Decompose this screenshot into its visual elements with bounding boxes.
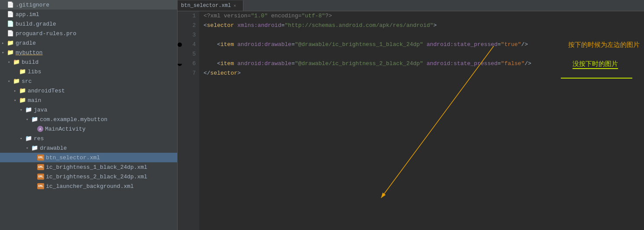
icon-gradle: 📁: [7, 39, 14, 46]
label-res: res: [34, 135, 44, 142]
editor-panel: btn_selector.xml ✕ 1 2 3 4 5 6 7: [178, 0, 644, 230]
arrow-main: ▾: [14, 98, 19, 103]
tree-item-btn_selector.xml[interactable]: XMLbtn_selector.xml: [0, 153, 177, 162]
label-main: main: [28, 97, 41, 104]
tree-item-androidTest[interactable]: ▸📁androidTest: [0, 86, 177, 95]
icon-libs: 📁: [19, 68, 26, 75]
tree-item-main[interactable]: ▾📁main: [0, 95, 177, 105]
gutter-line-6: [178, 59, 182, 69]
code-line-1: <?xml version="1.0" encoding="utf-8"?>: [204, 11, 644, 21]
icon-java: 📁: [25, 106, 32, 113]
tree-item-ic_brightness_1[interactable]: XMLic_brightness_1_black_24dp.xml: [0, 162, 177, 172]
arrow-res: ▾: [20, 136, 25, 141]
tree-item-drawable[interactable]: ▾📁drawable: [0, 143, 177, 153]
icon-MainActivity: A: [37, 126, 43, 132]
gutter-line-5: [178, 49, 182, 59]
arrow-java: ▾: [20, 108, 25, 112]
tree-item-java[interactable]: ▾📁java: [0, 105, 177, 115]
tab-bar: btn_selector.xml ✕: [178, 0, 644, 11]
label-proguard-rules: proguard-rules.pro: [16, 30, 76, 37]
gutter: [178, 11, 182, 230]
tree-item-build[interactable]: ▾📁build: [0, 57, 177, 67]
icon-app-iml: 📄: [7, 11, 14, 18]
annotation-label-not-pressed: 没按下时的图片: [573, 59, 618, 69]
arrow-androidTest: ▸: [14, 89, 19, 93]
label-mybutton: mybutton: [16, 49, 42, 56]
gutter-line-4: [178, 40, 182, 49]
tree-item-proguard-rules[interactable]: 📄proguard-rules.pro: [0, 29, 177, 38]
label-com-example-mybutton: com.example.mybutton: [40, 116, 107, 123]
gutter-line-1: [178, 11, 182, 21]
icon-androidTest: 📁: [19, 87, 26, 94]
tree-item-libs[interactable]: 📁libs: [0, 67, 177, 76]
label-app-iml: app.iml: [16, 11, 39, 18]
tree-item-mybutton[interactable]: ▾📁mybutton: [0, 48, 177, 57]
icon-build: 📁: [13, 59, 20, 66]
label-gitignore: .gitignore: [16, 2, 49, 8]
arrow-com-example-mybutton: ▾: [26, 117, 31, 122]
label-src: src: [22, 78, 32, 85]
tree-item-src[interactable]: ▾📁src: [0, 76, 177, 86]
icon-ic_brightness_2: XML: [37, 174, 44, 180]
tree-item-ic_brightness_2[interactable]: XMLic_brightness_2_black_24dp.xml: [0, 172, 177, 181]
editor-content: 1 2 3 4 5 6 7 <?xml version="1.0" encodi…: [178, 11, 644, 230]
label-ic_launcher_background: ic_launcher_background.xml: [46, 183, 134, 190]
icon-drawable: 📁: [31, 145, 38, 151]
tree-item-gitignore[interactable]: 📄.gitignore: [0, 0, 177, 10]
label-androidTest: androidTest: [28, 88, 65, 94]
icon-mybutton: 📁: [7, 49, 14, 56]
code-line-2: <selector xmlns:android="http://schemas.…: [204, 21, 644, 30]
gutter-line-3: [178, 30, 182, 40]
tab-label: btn_selector.xml: [181, 3, 231, 9]
icon-gitignore: 📄: [7, 1, 14, 8]
icon-build-gradle: 📄: [7, 20, 14, 27]
tree-item-res[interactable]: ▾📁res: [0, 134, 177, 143]
tree-item-ic_launcher_background[interactable]: XMLic_launcher_background.xml: [0, 181, 177, 191]
gutter-line-7: [178, 69, 182, 78]
file-tree: 📄.gitignore 📄app.iml 📄build.gradle 📄prog…: [0, 0, 178, 230]
icon-btn_selector.xml: XML: [37, 154, 44, 161]
tree-item-app-iml[interactable]: 📄app.iml: [0, 10, 177, 19]
tab-close-icon[interactable]: ✕: [233, 3, 236, 8]
icon-src: 📁: [13, 78, 20, 85]
label-ic_brightness_2: ic_brightness_2_black_24dp.xml: [46, 174, 147, 180]
label-build-gradle: build.gradle: [16, 21, 56, 27]
icon-proguard-rules: 📄: [7, 30, 14, 37]
annotation-label-pressed: 按下的时候为左边的图片: [568, 40, 640, 50]
label-gradle: gradle: [16, 40, 36, 46]
label-drawable: drawable: [40, 145, 67, 151]
code-line-7: </selector>: [204, 69, 644, 78]
label-build: build: [22, 59, 39, 66]
arrow-drawable: ▾: [26, 146, 31, 151]
tree-item-com-example-mybutton[interactable]: ▾📁com.example.mybutton: [0, 115, 177, 124]
icon-ic_launcher_background: XML: [37, 183, 44, 189]
arrow-gradle: ▸: [2, 41, 7, 46]
tree-item-build-gradle[interactable]: 📄build.gradle: [0, 19, 177, 29]
label-MainActivity: MainActivity: [45, 126, 86, 132]
code-line-5: [204, 49, 644, 59]
code-line-3: [204, 30, 644, 40]
tree-item-gradle[interactable]: ▸📁gradle: [0, 38, 177, 48]
arrow-mybutton: ▾: [2, 50, 7, 55]
icon-com-example-mybutton: 📁: [31, 116, 38, 123]
icon-main: 📁: [19, 97, 26, 104]
arrow-src: ▾: [8, 79, 13, 84]
tab-btn-selector[interactable]: btn_selector.xml ✕: [178, 0, 243, 11]
gutter-line-2: [178, 21, 182, 30]
label-java: java: [34, 107, 47, 113]
tree-item-MainActivity[interactable]: AMainActivity: [0, 124, 177, 134]
line-numbers: 1 2 3 4 5 6 7: [182, 11, 199, 230]
label-ic_brightness_1: ic_brightness_1_black_24dp.xml: [46, 164, 147, 171]
arrow-build: ▾: [8, 60, 13, 65]
label-libs: libs: [28, 69, 41, 75]
icon-ic_brightness_1: XML: [37, 164, 44, 170]
code-area[interactable]: <?xml version="1.0" encoding="utf-8"?> <…: [199, 11, 644, 230]
icon-res: 📁: [25, 135, 32, 142]
label-btn_selector.xml: btn_selector.xml: [46, 154, 100, 161]
